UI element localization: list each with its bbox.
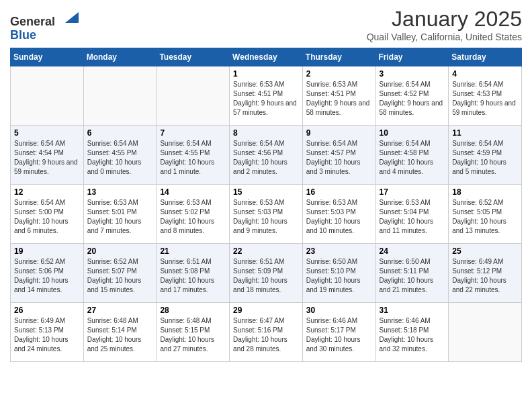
calendar-cell: 31Sunrise: 6:46 AM Sunset: 5:18 PM Dayli… — [375, 303, 449, 362]
location-subtitle: Quail Valley, California, United States — [367, 32, 522, 42]
day-number: 8 — [233, 128, 299, 138]
day-number: 22 — [233, 246, 299, 256]
day-number: 3 — [380, 69, 445, 79]
logo: General Blue — [10, 7, 79, 42]
week-row-4: 19Sunrise: 6:52 AM Sunset: 5:06 PM Dayli… — [11, 244, 522, 303]
calendar-cell: 21Sunrise: 6:51 AM Sunset: 5:08 PM Dayli… — [157, 244, 230, 303]
day-number: 12 — [14, 187, 80, 197]
day-info: Sunrise: 6:54 AM Sunset: 4:55 PM Dayligh… — [160, 139, 226, 177]
calendar-cell: 8Sunrise: 6:54 AM Sunset: 4:56 PM Daylig… — [230, 126, 303, 185]
day-info: Sunrise: 6:47 AM Sunset: 5:16 PM Dayligh… — [233, 316, 299, 354]
calendar-cell: 13Sunrise: 6:53 AM Sunset: 5:01 PM Dayli… — [83, 185, 157, 244]
logo-blue: Blue — [10, 28, 36, 42]
day-info: Sunrise: 6:46 AM Sunset: 5:18 PM Dayligh… — [380, 316, 445, 354]
calendar-cell: 19Sunrise: 6:52 AM Sunset: 5:06 PM Dayli… — [11, 244, 84, 303]
day-number: 9 — [306, 128, 372, 138]
calendar-cell — [157, 66, 230, 126]
day-number: 13 — [87, 187, 153, 197]
day-info: Sunrise: 6:48 AM Sunset: 5:15 PM Dayligh… — [160, 316, 226, 354]
calendar-cell: 16Sunrise: 6:53 AM Sunset: 5:03 PM Dayli… — [302, 185, 375, 244]
day-number: 31 — [380, 306, 445, 315]
day-number: 15 — [233, 187, 299, 197]
day-number: 14 — [160, 187, 226, 197]
week-row-5: 26Sunrise: 6:49 AM Sunset: 5:13 PM Dayli… — [11, 303, 522, 362]
day-number: 30 — [306, 306, 372, 315]
col-header-tuesday: Tuesday — [157, 48, 230, 66]
day-info: Sunrise: 6:53 AM Sunset: 5:02 PM Dayligh… — [160, 198, 226, 236]
day-info: Sunrise: 6:46 AM Sunset: 5:17 PM Dayligh… — [306, 316, 372, 354]
calendar-cell: 12Sunrise: 6:54 AM Sunset: 5:00 PM Dayli… — [11, 185, 84, 244]
day-info: Sunrise: 6:49 AM Sunset: 5:12 PM Dayligh… — [452, 257, 518, 295]
day-info: Sunrise: 6:54 AM Sunset: 4:53 PM Dayligh… — [452, 80, 518, 118]
week-row-3: 12Sunrise: 6:54 AM Sunset: 5:00 PM Dayli… — [11, 185, 522, 244]
day-info: Sunrise: 6:54 AM Sunset: 4:56 PM Dayligh… — [233, 139, 299, 177]
day-number: 7 — [160, 128, 226, 138]
calendar-cell: 18Sunrise: 6:52 AM Sunset: 5:05 PM Dayli… — [449, 185, 522, 244]
calendar-cell — [83, 66, 157, 126]
calendar-cell: 5Sunrise: 6:54 AM Sunset: 4:54 PM Daylig… — [11, 126, 84, 185]
calendar-cell: 2Sunrise: 6:53 AM Sunset: 4:51 PM Daylig… — [302, 66, 375, 126]
day-info: Sunrise: 6:53 AM Sunset: 4:51 PM Dayligh… — [233, 80, 299, 118]
day-number: 2 — [306, 69, 372, 79]
calendar-cell: 26Sunrise: 6:49 AM Sunset: 5:13 PM Dayli… — [11, 303, 84, 362]
col-header-friday: Friday — [375, 48, 449, 66]
day-number: 16 — [306, 187, 372, 197]
col-header-monday: Monday — [83, 48, 157, 66]
day-number: 24 — [380, 246, 445, 256]
calendar-cell: 28Sunrise: 6:48 AM Sunset: 5:15 PM Dayli… — [157, 303, 230, 362]
calendar-cell: 7Sunrise: 6:54 AM Sunset: 4:55 PM Daylig… — [157, 126, 230, 185]
calendar-cell: 4Sunrise: 6:54 AM Sunset: 4:53 PM Daylig… — [449, 66, 522, 126]
day-number: 21 — [160, 246, 226, 256]
day-info: Sunrise: 6:54 AM Sunset: 5:00 PM Dayligh… — [14, 198, 80, 236]
day-info: Sunrise: 6:54 AM Sunset: 4:59 PM Dayligh… — [452, 139, 518, 177]
day-number: 19 — [14, 246, 80, 256]
day-info: Sunrise: 6:51 AM Sunset: 5:09 PM Dayligh… — [233, 257, 299, 295]
day-info: Sunrise: 6:54 AM Sunset: 4:52 PM Dayligh… — [380, 80, 445, 118]
day-info: Sunrise: 6:53 AM Sunset: 5:01 PM Dayligh… — [87, 198, 153, 236]
day-info: Sunrise: 6:54 AM Sunset: 4:55 PM Dayligh… — [87, 139, 153, 177]
calendar-cell: 9Sunrise: 6:54 AM Sunset: 4:57 PM Daylig… — [302, 126, 375, 185]
calendar-cell — [449, 303, 522, 362]
week-row-2: 5Sunrise: 6:54 AM Sunset: 4:54 PM Daylig… — [11, 126, 522, 185]
day-info: Sunrise: 6:53 AM Sunset: 4:51 PM Dayligh… — [306, 80, 372, 118]
day-info: Sunrise: 6:53 AM Sunset: 5:03 PM Dayligh… — [306, 198, 372, 236]
calendar-cell: 25Sunrise: 6:49 AM Sunset: 5:12 PM Dayli… — [449, 244, 522, 303]
calendar-cell: 27Sunrise: 6:48 AM Sunset: 5:14 PM Dayli… — [83, 303, 157, 362]
day-number: 6 — [87, 128, 153, 138]
day-info: Sunrise: 6:52 AM Sunset: 5:05 PM Dayligh… — [452, 198, 518, 236]
calendar-cell: 30Sunrise: 6:46 AM Sunset: 5:17 PM Dayli… — [302, 303, 375, 362]
day-number: 17 — [380, 187, 445, 197]
day-number: 1 — [233, 69, 299, 79]
day-info: Sunrise: 6:49 AM Sunset: 5:13 PM Dayligh… — [14, 316, 80, 354]
calendar-cell: 10Sunrise: 6:54 AM Sunset: 4:58 PM Dayli… — [375, 126, 449, 185]
calendar-header-row: SundayMondayTuesdayWednesdayThursdayFrid… — [11, 48, 522, 66]
day-number: 18 — [452, 187, 518, 197]
logo-general: General — [10, 15, 55, 28]
day-info: Sunrise: 6:50 AM Sunset: 5:11 PM Dayligh… — [380, 257, 445, 295]
calendar-cell: 29Sunrise: 6:47 AM Sunset: 5:16 PM Dayli… — [230, 303, 303, 362]
title-area: January 2025 Quail Valley, California, U… — [367, 7, 522, 42]
day-info: Sunrise: 6:54 AM Sunset: 4:54 PM Dayligh… — [14, 139, 80, 177]
logo-triangle-icon — [60, 7, 79, 26]
calendar-cell: 23Sunrise: 6:50 AM Sunset: 5:10 PM Dayli… — [302, 244, 375, 303]
day-info: Sunrise: 6:48 AM Sunset: 5:14 PM Dayligh… — [87, 316, 153, 354]
calendar-cell: 20Sunrise: 6:52 AM Sunset: 5:07 PM Dayli… — [83, 244, 157, 303]
calendar-cell: 24Sunrise: 6:50 AM Sunset: 5:11 PM Dayli… — [375, 244, 449, 303]
svg-marker-0 — [65, 12, 79, 23]
week-row-1: 1Sunrise: 6:53 AM Sunset: 4:51 PM Daylig… — [11, 66, 522, 126]
day-number: 29 — [233, 306, 299, 315]
calendar-cell: 3Sunrise: 6:54 AM Sunset: 4:52 PM Daylig… — [375, 66, 449, 126]
day-info: Sunrise: 6:54 AM Sunset: 4:58 PM Dayligh… — [380, 139, 445, 177]
day-info: Sunrise: 6:52 AM Sunset: 5:06 PM Dayligh… — [14, 257, 80, 295]
calendar-cell: 15Sunrise: 6:53 AM Sunset: 5:03 PM Dayli… — [230, 185, 303, 244]
day-number: 10 — [380, 128, 445, 138]
day-info: Sunrise: 6:54 AM Sunset: 4:57 PM Dayligh… — [306, 139, 372, 177]
day-number: 4 — [452, 69, 518, 79]
col-header-wednesday: Wednesday — [230, 48, 303, 66]
day-number: 23 — [306, 246, 372, 256]
page-header: General Blue January 2025 Quail Valley, … — [10, 7, 522, 42]
day-info: Sunrise: 6:53 AM Sunset: 5:04 PM Dayligh… — [380, 198, 445, 236]
day-number: 20 — [87, 246, 153, 256]
col-header-sunday: Sunday — [11, 48, 84, 66]
calendar-cell: 14Sunrise: 6:53 AM Sunset: 5:02 PM Dayli… — [157, 185, 230, 244]
